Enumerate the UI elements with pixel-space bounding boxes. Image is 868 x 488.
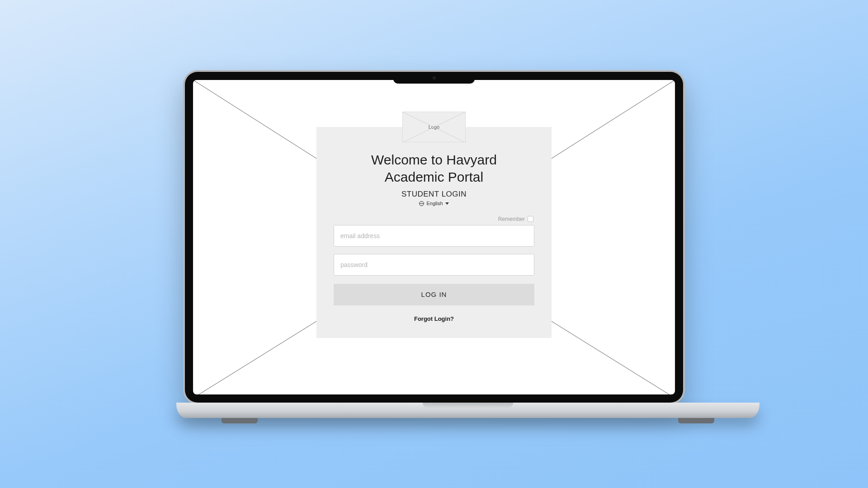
globe-icon (419, 201, 424, 206)
laptop-foot-right (678, 418, 714, 423)
page-title-line2: Academic Portal (385, 169, 483, 184)
laptop-foot-left (222, 418, 258, 423)
email-field[interactable] (334, 225, 534, 247)
remember-row: Remember (334, 216, 534, 222)
logo-placeholder-label: Logo (429, 124, 439, 130)
logo-placeholder: Logo (402, 112, 466, 142)
remember-label: Remember (498, 216, 525, 222)
laptop-screen: Logo Welcome to Havyard Academic Portal … (193, 80, 675, 394)
page-title-line1: Welcome to Havyard (371, 152, 497, 167)
login-subtitle: STUDENT LOGIN (334, 190, 534, 199)
password-field[interactable] (334, 254, 534, 276)
page-title: Welcome to Havyard Academic Portal (334, 151, 534, 185)
chevron-down-icon (445, 202, 449, 205)
login-card: Welcome to Havyard Academic Portal STUDE… (316, 127, 552, 338)
laptop-bezel: Logo Welcome to Havyard Academic Portal … (185, 72, 683, 403)
laptop-mockup: Logo Welcome to Havyard Academic Portal … (176, 70, 692, 418)
language-selected-label: English (426, 201, 443, 206)
login-button[interactable]: LOG IN (334, 284, 534, 305)
remember-checkbox[interactable] (528, 216, 533, 222)
language-selector[interactable]: English (419, 201, 448, 206)
laptop-notch (393, 72, 475, 84)
laptop-base (176, 403, 760, 418)
login-panel: Logo Welcome to Havyard Academic Portal … (316, 112, 552, 338)
laptop-lid: Logo Welcome to Havyard Academic Portal … (183, 70, 685, 404)
forgot-login-link[interactable]: Forgot Login? (414, 315, 454, 322)
